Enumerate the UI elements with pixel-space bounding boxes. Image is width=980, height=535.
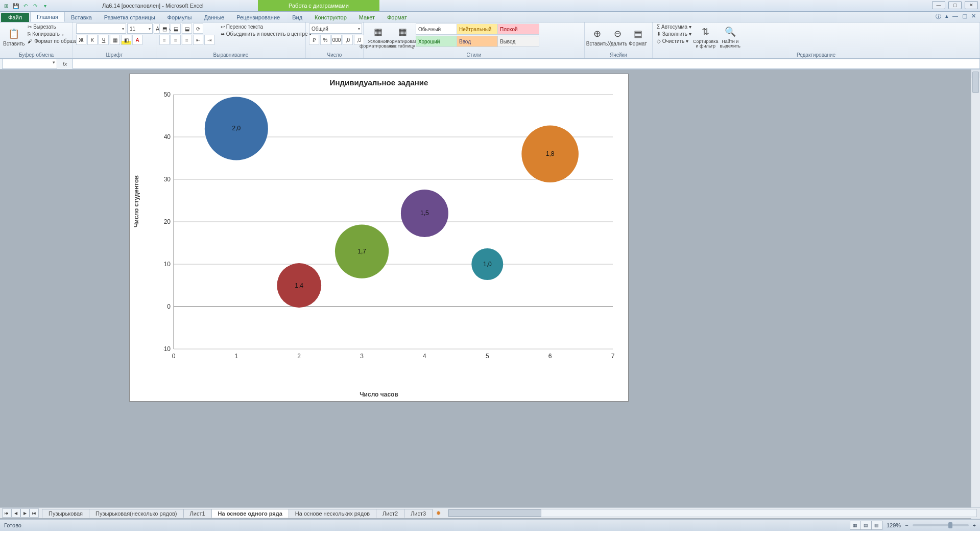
view-buttons[interactable]: ▦▤▥	[850, 521, 882, 530]
style-neutral[interactable]: Нейтральный	[457, 24, 498, 35]
tab-file[interactable]: Файл	[1, 13, 29, 22]
horizontal-scrollbar[interactable]	[448, 509, 977, 517]
tab-view[interactable]: Вид	[286, 13, 308, 22]
increase-decimal-icon[interactable]: ,0	[343, 35, 353, 45]
merge-center-button[interactable]: ⬌ Объединить и поместить в центре ▾	[220, 31, 313, 37]
orientation-icon[interactable]: ⟳	[193, 24, 203, 34]
help-icon[interactable]: ⓘ	[936, 13, 941, 20]
minimize-button[interactable]: —	[932, 1, 945, 9]
sheet-tab[interactable]: Лист3	[404, 509, 433, 518]
tab-insert[interactable]: Вставка	[65, 13, 98, 22]
increase-indent-icon[interactable]: ⇥	[204, 35, 214, 45]
style-output[interactable]: Вывод	[497, 36, 539, 47]
find-select-button[interactable]: 🔍Найти и выделить	[719, 24, 742, 51]
currency-icon[interactable]: ₽	[309, 35, 319, 45]
align-middle-icon[interactable]: ⬓	[171, 24, 181, 34]
view-layout-icon[interactable]: ▤	[861, 521, 872, 530]
doc-minimize-icon[interactable]: —	[952, 13, 958, 20]
formula-input[interactable]	[73, 59, 980, 69]
sheet-tab[interactable]: Пузырьковая	[42, 509, 89, 518]
fx-icon[interactable]: fx	[57, 61, 73, 67]
style-good[interactable]: Хороший	[416, 36, 458, 47]
zoom-level[interactable]: 129%	[887, 522, 901, 528]
tab-format[interactable]: Формат	[381, 13, 413, 22]
sheet-tab[interactable]: На основе нескольких рядов	[289, 509, 376, 518]
border-button[interactable]: ▦	[110, 35, 120, 45]
cell-styles-gallery[interactable]: Обычный Нейтральный Плохой Хороший Ввод …	[416, 24, 537, 47]
decrease-indent-icon[interactable]: ⇤	[193, 35, 203, 45]
fill-color-button[interactable]: ◧	[121, 35, 131, 45]
undo-icon[interactable]: ↶	[21, 2, 30, 10]
align-center-icon[interactable]: ≡	[171, 35, 181, 45]
close-button[interactable]: ✕	[965, 1, 978, 9]
clear-button[interactable]: ◇ Очистить ▾	[656, 38, 692, 44]
italic-button[interactable]: К	[87, 35, 98, 45]
view-pagebreak-icon[interactable]: ▥	[871, 521, 882, 530]
vertical-scrollbar[interactable]: ▲ ▼	[971, 69, 980, 519]
doc-close-icon[interactable]: ✕	[971, 13, 976, 20]
sheet-nav-last[interactable]: ⏭	[30, 508, 39, 518]
minimize-ribbon-icon[interactable]: ▴	[945, 13, 948, 20]
group-cells-label: Ячейки	[588, 52, 649, 58]
svg-text:7: 7	[611, 353, 615, 360]
format-cells-button[interactable]: ▤Формат	[629, 24, 647, 51]
insert-cells-button[interactable]: ⊕Вставить	[588, 24, 606, 51]
y-axis-label[interactable]: Число студентов	[133, 175, 140, 227]
style-input[interactable]: Ввод	[457, 36, 498, 47]
align-top-icon[interactable]: ⬒	[159, 24, 170, 34]
sheet-nav-first[interactable]: ⏮	[2, 508, 11, 518]
chart-object[interactable]: Индивидуальное задание Число студентов Ч…	[129, 74, 629, 402]
fill-button[interactable]: ⬇ Заполнить ▾	[656, 31, 692, 37]
bold-button[interactable]: Ж	[76, 35, 86, 45]
hscroll-thumb[interactable]	[448, 509, 541, 517]
paste-button[interactable]: 📋Вставить	[3, 24, 25, 51]
sheet-nav-prev[interactable]: ◀	[11, 508, 20, 518]
maximize-button[interactable]: ▢	[948, 1, 962, 9]
format-label: Формат	[629, 41, 647, 47]
view-normal-icon[interactable]: ▦	[850, 521, 861, 530]
sheet-tab[interactable]: На основе одного ряда	[211, 509, 289, 518]
wrap-text-button[interactable]: ↩ Перенос текста	[220, 24, 313, 30]
zoom-slider[interactable]	[913, 524, 969, 526]
zoom-thumb[interactable]	[948, 522, 952, 528]
tab-page-layout[interactable]: Разметка страницы	[98, 13, 161, 22]
zoom-in-button[interactable]: +	[973, 522, 976, 528]
save-icon[interactable]: 💾	[12, 2, 20, 10]
autosum-button[interactable]: Σ Автосумма ▾	[656, 24, 692, 30]
thousands-icon[interactable]: 000	[331, 35, 342, 45]
percent-icon[interactable]: %	[320, 35, 330, 45]
tab-layout[interactable]: Макет	[353, 13, 381, 22]
name-box[interactable]	[2, 59, 57, 69]
font-family-select[interactable]	[76, 24, 126, 34]
new-sheet-icon[interactable]: ✸	[432, 510, 445, 517]
doc-restore-icon[interactable]: ▢	[962, 13, 967, 20]
number-format-select[interactable]: Общий	[309, 24, 362, 34]
delete-cells-button[interactable]: ⊖Удалить	[608, 24, 627, 51]
x-axis-label[interactable]: Число часов	[130, 391, 628, 398]
redo-icon[interactable]: ↷	[31, 2, 39, 10]
sheet-nav-next[interactable]: ▶	[20, 508, 30, 518]
tab-design[interactable]: Конструктор	[308, 13, 353, 22]
chart-title[interactable]: Индивидуальное задание	[130, 74, 628, 89]
underline-button[interactable]: Ч	[99, 35, 109, 45]
align-bottom-icon[interactable]: ⬓	[182, 24, 192, 34]
sheet-tab[interactable]: Лист2	[376, 509, 404, 518]
align-left-icon[interactable]: ≡	[159, 35, 170, 45]
zoom-out-button[interactable]: −	[905, 522, 908, 528]
tab-review[interactable]: Рецензирование	[230, 13, 286, 22]
plot-area[interactable]: -1001020304050012345672,01,41,71,51,01,8	[163, 91, 618, 378]
align-right-icon[interactable]: ≡	[182, 35, 192, 45]
sheet-tab[interactable]: Лист1	[183, 509, 212, 518]
style-bad[interactable]: Плохой	[497, 24, 539, 35]
qat-dropdown-icon[interactable]: ▾	[41, 2, 49, 10]
sheet-tab[interactable]: Пузырьковая(несколько рядов)	[89, 509, 183, 518]
tab-formulas[interactable]: Формулы	[161, 13, 198, 22]
style-normal[interactable]: Обычный	[416, 24, 458, 35]
font-size-select[interactable]: 11	[127, 24, 153, 34]
sort-filter-button[interactable]: ⇅Сортировка и фильтр	[695, 24, 717, 51]
vscroll-thumb[interactable]	[972, 72, 979, 93]
tab-home[interactable]: Главная	[30, 12, 65, 22]
format-as-table-button[interactable]: ▦Форматировать как таблицу	[391, 24, 414, 51]
tab-data[interactable]: Данные	[198, 13, 230, 22]
font-color-button[interactable]: A	[132, 35, 142, 45]
